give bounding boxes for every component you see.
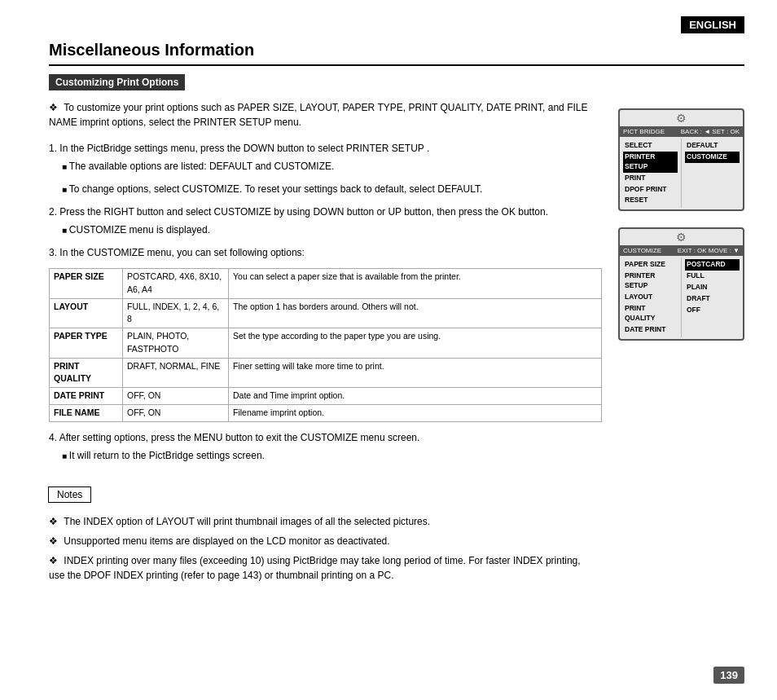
intro-paragraph: ❖ To customize your print options such a… — [49, 100, 602, 130]
step-2-text: 2. Press the RIGHT button and select CUS… — [49, 205, 602, 219]
intro-text: To customize your print options such as … — [49, 102, 587, 128]
lcd-1-menu-item: RESET — [623, 195, 678, 206]
lcd-1-icon: ⚙ — [620, 110, 743, 126]
section-heading: Customizing Print Options — [49, 74, 185, 90]
lcd-2-menu-item: PAPER SIZE — [623, 259, 678, 271]
table-cell-col2: DRAFT, NORMAL, FINE — [123, 358, 229, 388]
lcd-1-header-right: BACK : ◄ SET : OK — [681, 128, 740, 135]
lcd-2-val-item: FULL — [685, 271, 740, 282]
table-cell-col2: FULL, INDEX, 1, 2, 4, 6, 8 — [123, 298, 229, 328]
table-cell-col2: PLAIN, PHOTO, FASTPHOTO — [123, 328, 229, 359]
step-1-bullet-2: To change options, select CUSTOMIZE. To … — [62, 182, 602, 196]
table-row: PAPER SIZEPOSTCARD, 4X6, 8X10, A6, A4You… — [50, 269, 602, 299]
note-3-text: INDEX printing over many files (exceedin… — [49, 555, 581, 581]
table-cell-col3: You can select a paper size that is avai… — [229, 269, 602, 299]
left-column: ❖ To customize your print options such a… — [49, 100, 602, 596]
table-cell-col3: Filename imprint option. — [229, 404, 602, 421]
note-1-fleur: ❖ — [49, 516, 60, 527]
table-cell-col1: DATE PRINT — [50, 388, 123, 405]
table-row: FILE NAMEOFF, ONFilename imprint option. — [50, 404, 602, 421]
table-cell-col1: PAPER TYPE — [50, 328, 123, 359]
lcd-2-menu-item: PRINTER SETUP — [623, 271, 678, 292]
step-3-content: In the CUSTOMIZE menu, you can set follo… — [59, 247, 305, 258]
lcd-1-menu: SELECTPRINTER SETUPPRINTDPOF PRINTRESET — [620, 139, 682, 208]
table-cell-col1: PRINT QUALITY — [50, 358, 123, 388]
options-table: PAPER SIZEPOSTCARD, 4X6, 8X10, A6, A4You… — [49, 268, 602, 422]
note-3-fleur: ❖ — [49, 555, 60, 566]
lcd-2-menu-item: PRINT QUALITY — [623, 303, 678, 324]
step-2-bullet-1: CUSTOMIZE menu is displayed. — [62, 222, 602, 237]
lcd-1-menu-item: SELECT — [623, 140, 678, 152]
lcd-2-header-left: CUSTOMIZE — [623, 247, 661, 254]
table-cell-col3: Finer setting will take more time to pri… — [229, 358, 602, 388]
step-4-number: 4. — [49, 432, 57, 443]
note-item-1: ❖ The INDEX option of LAYOUT will print … — [49, 514, 592, 529]
lcd-2-val-item: POSTCARD — [685, 259, 740, 271]
lcd-2-menu-item: DATE PRINT — [623, 324, 678, 336]
note-1-text: The INDEX option of LAYOUT will print th… — [64, 516, 430, 527]
step-1-bullet-1: The available options are listed: DEFAUL… — [62, 159, 602, 174]
table-cell-col3: The option 1 has borders around. Others … — [229, 298, 602, 328]
note-item-3: ❖ INDEX printing over many files (exceed… — [49, 553, 592, 583]
step-1-content: In the PictBridge settings menu, press t… — [59, 143, 429, 154]
lcd-1-values: DEFAULTCUSTOMIZE — [682, 139, 743, 208]
step-1-number: 1. — [49, 143, 57, 154]
note-2-fleur: ❖ — [49, 535, 60, 547]
lcd-2-header-right: EXIT : OK MOVE : ▼ — [678, 247, 740, 254]
table-cell-col2: OFF, ON — [123, 404, 229, 421]
page-number: 139 — [713, 667, 744, 684]
step-1-bullets: The available options are listed: DEFAUL… — [62, 159, 602, 196]
step-4-bullet-1: It will return to the PictBridge setting… — [62, 448, 602, 463]
step-2-bullets: CUSTOMIZE menu is displayed. — [62, 222, 602, 237]
step-1-text: 1. In the PictBridge settings menu, pres… — [49, 141, 602, 156]
notes-content: ❖ The INDEX option of LAYOUT will print … — [49, 508, 602, 596]
lcd-2-menu: PAPER SIZEPRINTER SETUPLAYOUTPRINT QUALI… — [620, 258, 682, 337]
lcd-2-val-item: DRAFT — [685, 293, 740, 305]
step-2-content: Press the RIGHT button and select CUSTOM… — [59, 206, 548, 218]
lcd-2-val-item: OFF — [685, 305, 740, 316]
lcd-1-val-item: DEFAULT — [685, 140, 740, 152]
notes-label: Notes — [48, 486, 91, 503]
fleur-icon: ❖ — [49, 102, 58, 113]
table-cell-col1: FILE NAME — [50, 404, 123, 421]
note-2-text: Unsupported menu items are displayed on … — [64, 535, 389, 547]
lcd-1-menu-item: PRINTER SETUP — [623, 152, 678, 173]
table-row: LAYOUTFULL, INDEX, 1, 2, 4, 6, 8The opti… — [50, 298, 602, 328]
lcd-2-menu-item: LAYOUT — [623, 292, 678, 303]
lcd-1-header-left: PICT BRIDGE — [623, 128, 665, 135]
lcd-1-header: PICT BRIDGE BACK : ◄ SET : OK — [620, 126, 743, 137]
note-item-2: ❖ Unsupported menu items are displayed o… — [49, 534, 592, 548]
lcd-2-values: POSTCARDFULLPLAINDRAFTOFF — [682, 258, 743, 337]
notes-section: Notes ❖ The INDEX option of LAYOUT will … — [49, 487, 602, 596]
table-cell-col2: OFF, ON — [123, 388, 229, 405]
step-4-text: After setting options, press the MENU bu… — [59, 432, 420, 443]
step-1: 1. In the PictBridge settings menu, pres… — [49, 141, 602, 196]
lcd-2-body: PAPER SIZEPRINTER SETUPLAYOUTPRINT QUALI… — [620, 256, 743, 338]
lcd-1-menu-item: PRINT — [623, 173, 678, 184]
table-cell-col3: Date and Time imprint option. — [229, 388, 602, 405]
lcd-1-val-item: CUSTOMIZE — [685, 152, 740, 163]
lcd-screen-2: ⚙ CUSTOMIZE EXIT : OK MOVE : ▼ PAPER SIZ… — [618, 227, 744, 340]
lcd-2-header: CUSTOMIZE EXIT : OK MOVE : ▼ — [620, 245, 743, 256]
step-3: 3. In the CUSTOMIZE menu, you can set fo… — [49, 245, 602, 422]
lcd-1-menu-item: DPOF PRINT — [623, 184, 678, 196]
table-cell-col1: LAYOUT — [50, 298, 123, 328]
step-4: 4. After setting options, press the MENU… — [49, 430, 602, 445]
step-4-bullets: It will return to the PictBridge setting… — [62, 448, 602, 463]
table-cell-col1: PAPER SIZE — [50, 269, 123, 299]
table-row: PRINT QUALITYDRAFT, NORMAL, FINEFiner se… — [50, 358, 602, 388]
step-3-text: 3. In the CUSTOMIZE menu, you can set fo… — [49, 245, 602, 260]
lcd-2-val-item: PLAIN — [685, 282, 740, 293]
table-row: PAPER TYPEPLAIN, PHOTO, FASTPHOTOSet the… — [50, 328, 602, 359]
steps-list: 1. In the PictBridge settings menu, pres… — [49, 141, 602, 422]
step-2: 2. Press the RIGHT button and select CUS… — [49, 205, 602, 237]
step-3-number: 3. — [49, 247, 57, 258]
page-title: Miscellaneous Information — [49, 41, 744, 66]
table-row: DATE PRINTOFF, ONDate and Time imprint o… — [50, 388, 602, 405]
language-badge: ENGLISH — [681, 16, 744, 33]
lcd-2-icon: ⚙ — [620, 229, 743, 245]
table-cell-col2: POSTCARD, 4X6, 8X10, A6, A4 — [123, 269, 229, 299]
right-column: ⚙ PICT BRIDGE BACK : ◄ SET : OK SELECTPR… — [618, 108, 744, 596]
lcd-1-body: SELECTPRINTER SETUPPRINTDPOF PRINTRESET … — [620, 137, 743, 209]
step-2-number: 2. — [49, 206, 57, 218]
